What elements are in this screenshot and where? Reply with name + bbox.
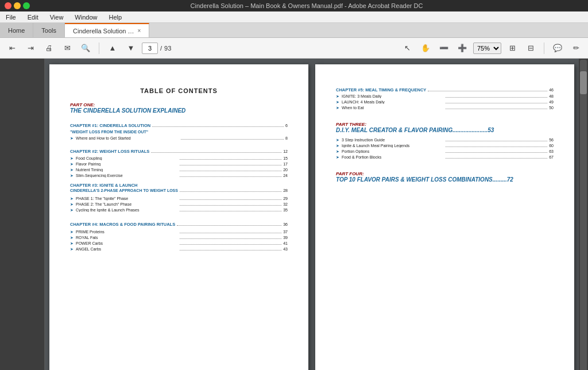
toolbar-separator <box>99 43 99 54</box>
ch2-entry-0-text: Food Coupling <box>76 156 178 160</box>
ch2-entry-2-page: 20 <box>283 168 288 172</box>
ch3-entry-1-page: 32 <box>283 202 288 206</box>
comment-button[interactable]: 💬 <box>550 41 565 56</box>
right-scrollbar[interactable] <box>579 59 588 370</box>
minimize-window-button[interactable] <box>14 2 21 9</box>
bullet-icon: ➤ <box>70 168 74 172</box>
tab-tools[interactable]: Tools <box>33 23 65 37</box>
ch2-entry-1-page: 17 <box>283 162 288 166</box>
draw-button[interactable]: ✏ <box>568 41 583 56</box>
nav-prev-button[interactable]: ⇤ <box>5 41 20 56</box>
bullet-icon: ➤ <box>336 100 339 105</box>
part-three-label: PART THREE: <box>336 122 554 127</box>
page-total: 93 <box>164 45 171 52</box>
ch2-entry-1-text: Flavor Pairing <box>76 162 178 166</box>
ch5-entry-1-text: LAUNCH: 4 Meals Daily <box>342 100 444 104</box>
main-area: TABLE OF CONTENTS PART ONE: THE CINDEREL… <box>0 59 588 370</box>
scrollbar-thumb[interactable] <box>580 71 587 94</box>
ch4-page: 36 <box>283 222 288 226</box>
page-number-input[interactable] <box>142 43 158 54</box>
bullet-icon: ➤ <box>336 144 339 148</box>
page-input-area: / 93 <box>142 43 171 54</box>
dots <box>180 238 282 239</box>
maximize-window-button[interactable] <box>23 2 30 9</box>
fit-width-button[interactable]: ⊟ <box>523 41 538 56</box>
bullet-icon: ➤ <box>336 155 339 160</box>
bullet-icon: ➤ <box>70 156 74 161</box>
part-four-title: TOP 10 FLAVOR PAIRS & WEIGHT LOSS COMBIN… <box>336 176 554 183</box>
print-button[interactable]: 🖨 <box>41 41 56 56</box>
dots <box>446 109 548 109</box>
toc-title: TABLE OF CONTENTS <box>70 87 288 94</box>
tab-active[interactable]: Cinderella Solution … × <box>65 23 149 37</box>
ch2-page: 12 <box>283 149 288 153</box>
close-window-button[interactable] <box>5 2 11 9</box>
toc-entry: ➤ ANGEL Carbs 43 <box>70 247 288 252</box>
ch1-dots <box>152 126 284 127</box>
part-three-title: D.I.Y. MEAL CREATOR & FLAVOR PAIRING....… <box>336 127 554 133</box>
window-title: Cinderella Solution – Main Book & Owners… <box>30 2 583 9</box>
ch5-entry-0-text: IGNITE: 3 Meals Daily <box>342 94 444 98</box>
bullet-icon: ➤ <box>70 230 74 234</box>
toc-entry: ➤ Cycling the Ignite & Launch Phases 35 <box>70 208 288 213</box>
ch4-entry-1-page: 39 <box>283 236 288 240</box>
p3-entry-1-page: 60 <box>549 144 554 148</box>
tab-close-button[interactable]: × <box>137 28 141 34</box>
toc-entry: ➤ Flavor Pairing 17 <box>70 162 288 167</box>
toc-entry: ➤ Nutrient Timing 20 <box>70 168 288 172</box>
ch2-entry-2-text: Nutrient Timing <box>76 168 178 172</box>
menu-file[interactable]: File <box>3 13 18 22</box>
toc-entry: ➤ IGNITE: 3 Meals Daily 48 <box>336 94 554 99</box>
toc-entry: ➤ 3 Step Instruction Guide 56 <box>336 138 554 142</box>
dots <box>446 97 548 98</box>
bullet-icon: ➤ <box>70 236 74 240</box>
ch2-entry-3-text: Slim-Sequencing Exercise <box>76 174 178 178</box>
bullet-icon: ➤ <box>70 174 74 178</box>
bullet-icon: ➤ <box>70 241 74 246</box>
p3-entry-0-page: 56 <box>549 138 554 142</box>
nav-next-button[interactable]: ⇥ <box>23 41 38 56</box>
page-down-button[interactable]: ▼ <box>123 41 138 56</box>
toc-entry: ➤ Slim-Sequencing Exercise 24 <box>70 174 288 178</box>
dots <box>180 165 282 165</box>
ch4-entry-1-text: ROYAL Fats <box>76 236 178 240</box>
bullet-icon: ➤ <box>70 196 74 201</box>
toc-entry: ➤ ROYAL Fats 39 <box>70 236 288 240</box>
dots <box>180 159 282 160</box>
page-up-button[interactable]: ▲ <box>105 41 120 56</box>
zoom-select[interactable]: 75% <box>473 43 501 54</box>
toolbar-separator2 <box>544 43 544 54</box>
hand-tool-button[interactable]: ✋ <box>418 41 433 56</box>
toc-entry: ➤ PHASE 1: The "Ignite" Phase 29 <box>70 196 288 201</box>
ch5-entry-1-page: 49 <box>549 100 554 104</box>
dots <box>446 103 548 103</box>
zoom-in-button[interactable]: ➕ <box>455 41 470 56</box>
dots <box>180 176 282 177</box>
toc-entry: ➤ Where and How to Get Started 8 <box>70 136 288 141</box>
ch3-entry-0-text: PHASE 1: The "Ignite" Phase <box>76 196 178 201</box>
ch4-entry-3-text: ANGEL Carbs <box>76 247 178 251</box>
menu-edit[interactable]: Edit <box>25 13 41 22</box>
toc-entry: ➤ LAUNCH: 4 Meals Daily 49 <box>336 100 554 105</box>
toc-entry: ➤ Ignite & Launch Meal Pairing Legends 6… <box>336 144 554 148</box>
ch1-entry-0-text: Where and How to Get Started <box>76 136 179 140</box>
ch2-entry-0-page: 15 <box>283 156 288 160</box>
cursor-tool-button[interactable]: ↖ <box>400 41 415 56</box>
zoom-out-button[interactable]: ➖ <box>436 41 451 56</box>
tab-active-label: Cinderella Solution … <box>73 28 134 34</box>
ch1-page: 6 <box>285 124 288 128</box>
menu-window[interactable]: Window <box>72 13 99 22</box>
pages-area: TABLE OF CONTENTS PART ONE: THE CINDEREL… <box>45 59 579 370</box>
bullet-icon: ➤ <box>336 94 339 99</box>
ch5-entry-0-page: 48 <box>549 94 554 98</box>
email-button[interactable]: ✉ <box>60 41 75 56</box>
bullet-icon: ➤ <box>70 247 74 252</box>
menu-help[interactable]: Help <box>106 13 124 22</box>
fit-page-button[interactable]: ⊞ <box>505 41 520 56</box>
ch5-page: 46 <box>549 88 554 92</box>
ch4-entry-0-page: 37 <box>283 230 288 234</box>
tab-home[interactable]: Home <box>0 23 33 37</box>
search-button[interactable]: 🔍 <box>78 41 93 56</box>
menu-view[interactable]: View <box>48 13 66 22</box>
ch1-title: CHAPTER #1: CINDERELLA SOLUTION <box>70 123 150 128</box>
